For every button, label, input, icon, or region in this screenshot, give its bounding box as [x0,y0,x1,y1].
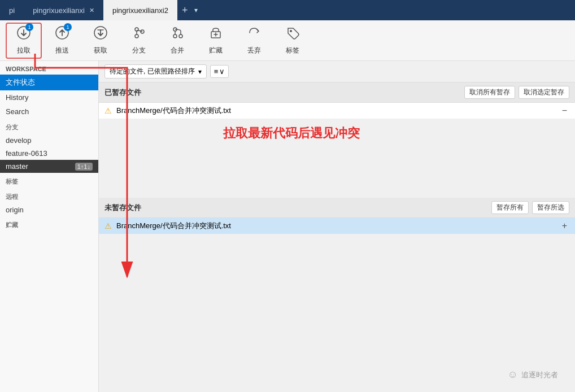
branch-feature-0613[interactable]: feature-0613 [0,147,98,160]
filter-bar: 待定的文件, 已依照路径排序 ▾ ≡ ∨ [99,61,575,82]
filter-list-icon-btn[interactable]: ≡ ∨ [210,65,229,78]
tab-pingrixuexilianxi[interactable]: pingrixuexilianxi ✕ [24,0,103,20]
watermark-icon: ☺ [508,369,518,381]
stash-label: 贮藏 [209,46,223,55]
sidebar-item-history[interactable]: History [0,90,98,104]
annotation-text: 拉取最新代码后遇见冲突 [223,125,360,142]
branch-icon [132,25,146,43]
svg-point-7 [173,34,177,38]
stashed-file-name: BranchMerge/代码合并冲突测试.txt [116,106,231,116]
remote-origin[interactable]: origin [0,203,98,216]
stashed-file-actions: − [560,106,569,116]
tab-pi[interactable]: pi [0,0,24,20]
stashed-file-remove-btn[interactable]: − [560,106,569,116]
tab-pingrixuexilianxi2-label: pingrixuexilianxi2 [112,6,168,15]
branch-master[interactable]: master 1↑1↓ [0,160,98,173]
tab-pi-label: pi [9,6,15,15]
tab-pingrixuexilianxi-label: pingrixuexilianxi [33,6,85,15]
stash-button[interactable]: 贮藏 [198,23,234,59]
unstashed-file-row[interactable]: ⚠ BranchMerge/代码合并冲突测试.txt + [99,218,575,234]
stashed-header: 已暂存文件 取消所有暂存 取消选定暂存 [99,82,575,103]
unstashed-file-actions: + [560,221,569,231]
stashed-file-row[interactable]: ⚠ BranchMerge/代码合并冲突测试.txt − [99,103,575,119]
annotation-area: 拉取最新代码后遇见冲突 [99,119,575,198]
stash-icon [208,25,223,43]
svg-point-4 [135,34,138,38]
pull-badge: 1 [25,23,33,31]
main-layout: WORKSPACE 文件状态 History Search 分支 develop… [0,61,575,392]
unstashed-title: 未暂存文件 [104,203,141,213]
unstashed-warning-icon: ⚠ [104,221,112,230]
branch-master-badge: 1↑1↓ [75,163,93,171]
sidebar-item-search[interactable]: Search [0,104,98,119]
bottom-spacer [99,234,575,392]
content-area: 待定的文件, 已依照路径排序 ▾ ≡ ∨ 已暂存文件 取消所有暂存 取消选定暂存… [99,61,575,392]
branch-button[interactable]: 分支 [121,23,157,59]
discard-icon [247,25,262,43]
stash-all-button[interactable]: 暂存所有 [491,201,529,214]
tag-button[interactable]: 标签 [275,23,311,59]
tab-pingrixuexilianxi-close[interactable]: ✕ [89,7,94,14]
sidebar: WORKSPACE 文件状态 History Search 分支 develop… [0,61,99,392]
svg-point-10 [290,30,292,32]
branches-label: 分支 [0,119,98,134]
tag-icon [285,25,300,43]
stash-selected-button[interactable]: 暂存所选 [532,201,569,214]
unstashed-file-name: BranchMerge/代码合并冲突测试.txt [116,221,231,231]
watermark-text: 追逐时光者 [521,370,558,380]
stashed-warning-icon: ⚠ [104,106,112,115]
branch-develop[interactable]: develop [0,134,98,147]
push-label: 推送 [55,46,69,55]
merge-icon [170,25,185,43]
toolbar: 1 拉取 1 推送 获取 [0,20,575,61]
unstashed-actions: 暂存所有 暂存所选 [491,201,569,214]
merge-label: 合并 [171,46,184,55]
pull-icon: 1 [16,25,31,43]
unstash-all-button[interactable]: 取消所有暂存 [464,86,515,99]
unstashed-files-section: 未暂存文件 暂存所有 暂存所选 ⚠ BranchMerge/代码合并冲突测试.t… [99,198,575,234]
tags-label: 标签 [0,173,98,188]
pull-button[interactable]: 1 拉取 [6,23,42,59]
tag-label: 标签 [286,46,299,55]
filter-dropdown[interactable]: 待定的文件, 已依照路径排序 ▾ [104,64,207,79]
watermark: ☺ 追逐时光者 [508,369,558,381]
stash-label: 贮藏 [0,216,98,232]
workspace-label: WORKSPACE [0,61,98,75]
sidebar-item-file-status[interactable]: 文件状态 [0,75,98,90]
svg-point-8 [179,34,182,38]
discard-label: 丢弃 [247,46,261,55]
unstashed-header: 未暂存文件 暂存所有 暂存所选 [99,198,575,218]
discard-button[interactable]: 丢弃 [236,23,272,59]
pull-label: 拉取 [17,46,31,55]
remotes-label: 远程 [0,188,98,203]
branch-label: 分支 [132,46,146,55]
fetch-button[interactable]: 获取 [82,23,119,59]
tab-add-button[interactable]: + [177,5,193,16]
unstash-selected-button[interactable]: 取消选定暂存 [519,86,569,99]
merge-button[interactable]: 合并 [159,23,195,59]
push-badge: 1 [64,23,72,31]
stashed-files-section: 已暂存文件 取消所有暂存 取消选定暂存 ⚠ BranchMerge/代码合并冲突… [99,82,575,119]
tab-bar: pi pingrixuexilianxi ✕ pingrixuexilianxi… [0,0,575,20]
tab-dropdown-button[interactable]: ▾ [192,6,200,14]
push-button[interactable]: 1 推送 [44,23,80,59]
stashed-actions: 取消所有暂存 取消选定暂存 [464,86,569,99]
push-icon: 1 [55,25,69,43]
unstashed-file-add-btn[interactable]: + [560,221,569,231]
stashed-title: 已暂存文件 [104,88,141,98]
tab-pingrixuexilianxi2[interactable]: pingrixuexilianxi2 [103,0,177,20]
fetch-icon [93,25,108,43]
fetch-label: 获取 [94,46,107,55]
